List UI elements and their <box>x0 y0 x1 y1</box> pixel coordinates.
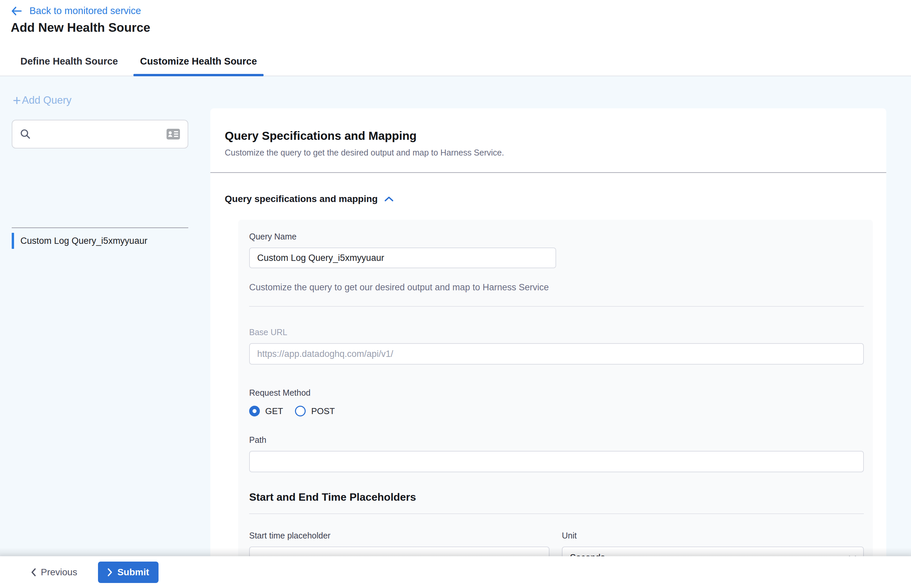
chevron-right-icon <box>107 568 113 577</box>
submit-button[interactable]: Submit <box>98 562 158 583</box>
radio-post-control[interactable] <box>295 406 306 417</box>
back-link-label: Back to monitored service <box>29 5 141 16</box>
section-title: Query specifications and mapping <box>225 194 378 204</box>
page-title: Add New Health Source <box>11 21 150 35</box>
start-time-label: Start time placeholder <box>249 531 549 541</box>
form-divider-2 <box>249 514 864 514</box>
radio-post[interactable]: POST <box>295 406 335 417</box>
search-icon <box>20 128 31 140</box>
arrow-left-icon <box>11 6 22 16</box>
section-header: Query specifications and mapping <box>225 194 886 204</box>
query-name-input[interactable] <box>249 247 556 268</box>
path-input[interactable] <box>249 451 864 472</box>
unit-select[interactable]: Seconds <box>562 546 864 556</box>
query-search-box <box>12 120 188 149</box>
query-form-card: Query Name Customize the query to get ou… <box>238 220 873 556</box>
add-query-label: Add Query <box>22 94 71 107</box>
footer-bar: Previous Submit <box>0 556 911 588</box>
tab-define-health-source[interactable]: Define Health Source <box>18 47 120 76</box>
back-link[interactable]: Back to monitored service <box>11 5 141 16</box>
card-view-icon[interactable] <box>166 128 180 140</box>
tab-customize-health-source[interactable]: Customize Health Source <box>138 47 259 76</box>
chevron-up-icon[interactable] <box>384 196 394 202</box>
selected-indicator-bar <box>12 233 14 249</box>
start-time-field: Start time placeholder <box>249 531 549 556</box>
main-panel: Query Specifications and Mapping Customi… <box>210 108 886 556</box>
query-list-item[interactable]: Custom Log Query_i5xmyyuaur <box>12 233 188 249</box>
chevron-left-icon <box>31 568 36 577</box>
add-query-button[interactable]: + Add Query <box>13 94 71 107</box>
unit-field: Unit Seconds <box>562 531 864 556</box>
placeholders-row: Start time placeholder Unit Seconds <box>249 531 864 556</box>
unit-select-value: Seconds <box>570 552 605 557</box>
form-divider-1 <box>249 306 864 307</box>
radio-post-label: POST <box>311 406 335 417</box>
search-input[interactable] <box>36 129 162 139</box>
placeholders-heading: Start and End Time Placeholders <box>249 491 864 503</box>
request-method-group: GET POST <box>249 406 864 417</box>
tab-bar: Define Health Source Customize Health So… <box>0 47 911 76</box>
panel-subtitle: Customize the query to get the desired o… <box>225 148 872 158</box>
panel-divider <box>210 172 886 173</box>
submit-label: Submit <box>117 567 149 578</box>
page-header: Back to monitored service Add New Health… <box>0 0 911 47</box>
start-time-input[interactable] <box>249 546 549 556</box>
previous-button[interactable]: Previous <box>31 567 77 578</box>
request-method-label: Request Method <box>249 388 864 398</box>
radio-get-label: GET <box>265 406 283 417</box>
radio-get[interactable]: GET <box>249 406 283 417</box>
path-label: Path <box>249 435 864 445</box>
unit-label: Unit <box>562 531 864 541</box>
panel-title: Query Specifications and Mapping <box>225 129 872 142</box>
content-area: + Add Query Custom Log Query_i5xmyyuaur <box>0 76 911 556</box>
base-url-input[interactable] <box>249 343 864 365</box>
plus-icon: + <box>13 95 21 106</box>
query-item-label: Custom Log Query_i5xmyyuaur <box>20 236 147 246</box>
panel-header: Query Specifications and Mapping Customi… <box>210 108 886 158</box>
query-name-label: Query Name <box>249 232 864 241</box>
sidebar-divider <box>12 228 188 228</box>
previous-label: Previous <box>41 567 77 578</box>
query-helper-text: Customize the query to get our desired o… <box>249 282 864 292</box>
base-url-label: Base URL <box>249 328 864 337</box>
radio-get-control[interactable] <box>249 406 260 417</box>
